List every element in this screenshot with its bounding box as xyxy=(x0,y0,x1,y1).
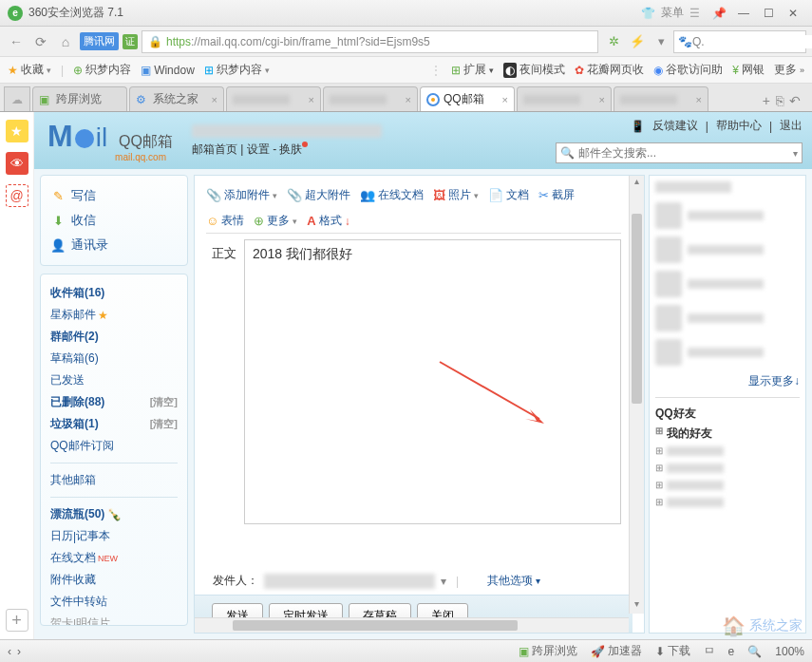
search-dropdown-icon[interactable]: ▾ xyxy=(793,148,798,159)
tab-blur-1[interactable]: × xyxy=(226,86,321,111)
cp-group-2[interactable] xyxy=(655,461,800,478)
home-button[interactable]: ⌂ xyxy=(55,31,76,52)
folder-bottle[interactable]: 漂流瓶(50)🍾 xyxy=(50,503,178,525)
bookmark-item-1[interactable]: ▣Window xyxy=(141,64,195,77)
bm-petal[interactable]: ✿花瓣网页收 xyxy=(575,62,644,78)
bm-more[interactable]: 更多» xyxy=(774,62,804,78)
tb-doc[interactable]: 📄文档 xyxy=(488,187,529,203)
pin-button[interactable]: 📌 xyxy=(708,4,730,23)
tb-photo[interactable]: 🖼照片▾ xyxy=(433,187,479,203)
folder-subscribe[interactable]: QQ邮件订阅 xyxy=(50,435,178,457)
folder-inbox[interactable]: 收件箱(16) xyxy=(50,282,178,304)
tab-qqmail[interactable]: QQ邮箱× xyxy=(420,86,515,111)
sb-download[interactable]: ⬇下载 xyxy=(655,643,690,659)
bm-google[interactable]: ◉谷歌访问助 xyxy=(653,62,723,78)
tb-screenshot[interactable]: ✂截屏 xyxy=(538,187,575,203)
search-input[interactable] xyxy=(692,35,812,48)
tab-close-icon[interactable]: × xyxy=(502,94,508,105)
search-engine-icon[interactable]: 🐾 xyxy=(678,35,692,48)
tb-big-attach[interactable]: 📎超大附件 xyxy=(287,187,350,203)
back-button[interactable]: ← xyxy=(6,31,27,52)
bookmark-item-2[interactable]: ⊞织梦内容▾ xyxy=(204,62,270,78)
sb-next[interactable]: › xyxy=(17,645,21,658)
maximize-button[interactable]: ☐ xyxy=(757,4,780,23)
sb-mute[interactable]: ㅁ xyxy=(704,643,715,659)
mail-logo[interactable]: Mil QQ邮箱 mail.qq.com xyxy=(47,119,173,162)
nav-settings[interactable]: 设置 xyxy=(247,142,270,156)
tab-blur-2[interactable]: × xyxy=(323,86,418,111)
compat-icon[interactable]: ✲ xyxy=(605,33,622,50)
bm-night[interactable]: ◐夜间模式 xyxy=(503,62,565,78)
quick-fav-icon[interactable]: ★ xyxy=(6,120,28,142)
mail-search-box[interactable]: 🔍 ▾ xyxy=(556,142,803,163)
cp-group-1[interactable] xyxy=(655,444,800,461)
folder-deleted[interactable]: 已删除(88)[清空] xyxy=(50,391,178,413)
nav-skin[interactable]: 换肤 xyxy=(279,142,302,156)
sb-prev[interactable]: ‹ xyxy=(8,645,11,658)
new-tab-button[interactable]: + xyxy=(763,93,770,108)
folder-transfer[interactable]: 文件中转站 xyxy=(50,591,178,613)
close-button[interactable]: ✕ xyxy=(782,4,804,23)
tab-blur-4[interactable]: × xyxy=(614,86,708,111)
compose-editor[interactable]: 2018 我们都很好 xyxy=(244,239,621,524)
folder-trash[interactable]: 垃圾箱(1)[清空] xyxy=(50,413,178,435)
reload-button[interactable]: ⟳ xyxy=(30,31,51,52)
folder-attach[interactable]: 附件收藏 xyxy=(50,569,178,591)
other-options[interactable]: 其他选项 ▾ xyxy=(487,573,540,589)
sb-accelerator[interactable]: 🚀加速器 xyxy=(591,643,642,659)
clear-trash[interactable]: [清空] xyxy=(150,417,178,431)
folder-draft[interactable]: 草稿箱(6) xyxy=(50,348,178,369)
minimize-button[interactable]: — xyxy=(732,4,755,23)
skin-icon[interactable]: 👕 xyxy=(641,7,655,20)
bookmark-fav[interactable]: ★收藏▾ xyxy=(8,62,51,78)
bookmark-item-0[interactable]: ⊕织梦内容 xyxy=(73,62,131,78)
bm-extensions[interactable]: ⊞扩展▾ xyxy=(451,62,494,78)
sender-dropdown[interactable]: ▾ xyxy=(441,575,446,588)
tab-system[interactable]: ⚙系统之家× xyxy=(129,86,224,111)
tb-attach[interactable]: 📎添加附件▾ xyxy=(206,187,277,203)
folder-docs[interactable]: 在线文档NEW xyxy=(50,547,178,569)
tab-blur-3[interactable]: × xyxy=(517,86,612,111)
cp-my-friends[interactable]: 我的好友 xyxy=(655,424,800,444)
tabs-list-button[interactable]: ⎘ xyxy=(776,93,784,108)
quick-at-icon[interactable]: @ xyxy=(6,184,28,207)
tab-cross-screen[interactable]: ▣跨屏浏览 xyxy=(32,86,127,111)
dropdown-icon[interactable]: ▾ xyxy=(652,33,670,50)
mobile-icon[interactable]: 📱 xyxy=(631,120,645,133)
nav-home[interactable]: 邮箱首页 xyxy=(192,142,237,156)
horizontal-scrollbar[interactable] xyxy=(195,617,629,633)
bm-bank[interactable]: ¥网银 xyxy=(732,62,765,78)
sidebar-write[interactable]: ✎写信 xyxy=(50,183,178,208)
folder-card[interactable]: 贺卡 | 明信片 xyxy=(50,613,178,626)
top-help[interactable]: 帮助中心 xyxy=(716,118,762,134)
folder-sent[interactable]: 已发送 xyxy=(50,369,178,391)
search-box[interactable]: 🐾 🔍 xyxy=(673,30,806,53)
tab-close-icon[interactable]: × xyxy=(212,94,217,105)
sb-zoom[interactable]: 100% xyxy=(775,645,804,658)
tb-online-doc[interactable]: 👥在线文档 xyxy=(360,187,424,203)
quick-add-icon[interactable]: + xyxy=(6,609,28,632)
flash-icon[interactable]: ⚡ xyxy=(629,33,646,50)
folder-calendar[interactable]: 日历 | 记事本 xyxy=(50,525,178,547)
cp-show-more[interactable]: 显示更多↓ xyxy=(655,369,800,393)
sb-zoom-out[interactable]: 🔍 xyxy=(747,645,762,658)
menu-dropdown-icon[interactable]: ☰ xyxy=(689,7,700,20)
folder-other[interactable]: 其他邮箱 xyxy=(50,469,178,491)
top-logout[interactable]: 退出 xyxy=(780,118,803,134)
menu-label[interactable]: 菜单 xyxy=(661,5,684,21)
sidebar-contacts[interactable]: 👤通讯录 xyxy=(50,233,178,257)
quick-weibo-icon[interactable]: 👁 xyxy=(6,152,28,175)
url-input[interactable]: 🔒 https://mail.qq.com/cgi-bin/frame_html… xyxy=(142,30,598,53)
tb-format[interactable]: A格式↓ xyxy=(307,213,349,229)
top-feedback[interactable]: 反馈建议 xyxy=(652,118,698,134)
restore-tab-button[interactable]: ↶ xyxy=(789,93,801,108)
sb-ie[interactable]: e xyxy=(728,645,735,658)
vertical-scrollbar[interactable]: ▴ ▾ xyxy=(629,176,644,614)
folder-starred[interactable]: 星标邮件★ xyxy=(50,304,178,326)
sb-cross-screen[interactable]: ▣跨屏浏览 xyxy=(519,643,577,659)
mail-search-input[interactable] xyxy=(578,146,793,160)
tb-emoji[interactable]: ☺表情 xyxy=(206,213,244,229)
folder-group[interactable]: 群邮件(2) xyxy=(50,326,178,348)
cp-group-3[interactable] xyxy=(655,478,800,495)
tb-more[interactable]: ⊕更多▾ xyxy=(254,213,297,229)
